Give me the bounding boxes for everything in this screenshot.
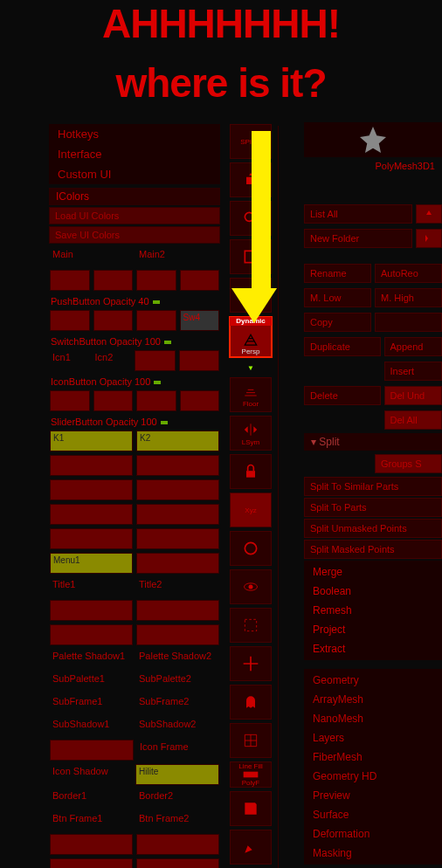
linefill-tool[interactable]: Line FillPolyF (230, 761, 272, 788)
rotate-tool[interactable] (230, 531, 272, 566)
masking-section[interactable]: Masking (304, 844, 442, 863)
icn-swatch-1[interactable] (135, 350, 176, 371)
rename-button[interactable]: Rename (304, 264, 371, 283)
new-folder-icon[interactable] (416, 229, 442, 248)
icolors-header[interactable]: IColors (49, 188, 220, 205)
spin-tool[interactable]: SPin 1 (230, 124, 272, 159)
prefs-hotkeys[interactable]: Hotkeys (49, 124, 220, 144)
solo-tool[interactable] (230, 569, 272, 604)
autoreorder-button[interactable]: AutoReo (375, 264, 442, 283)
geometry-section[interactable]: Geometry (304, 671, 442, 690)
split-masked-button[interactable]: Split Masked Points (304, 540, 442, 559)
kt1-swatch[interactable] (50, 455, 133, 476)
prefs-custom-ui[interactable]: Custom UI (49, 164, 220, 184)
kc1-swatch[interactable] (50, 479, 133, 500)
title2-swatch[interactable] (136, 600, 219, 621)
split-parts-button[interactable]: Split To Parts (304, 498, 442, 517)
switchbutton-opacity-slider[interactable]: SwitchButton Opacity 100 (49, 334, 220, 348)
actual-tool[interactable] (230, 239, 272, 274)
remesh-section[interactable]: Remesh (304, 601, 442, 620)
extra-swatch-a2[interactable] (136, 834, 219, 855)
save-tool[interactable] (230, 791, 272, 826)
hilite-swatch[interactable]: Hilite (135, 764, 219, 785)
project-section[interactable]: Project (304, 620, 442, 639)
insert-button[interactable]: Insert (384, 362, 443, 381)
iconframe-pad[interactable] (50, 740, 134, 761)
floor-toggle[interactable]: ▼ (231, 362, 271, 374)
icn-swatch-2[interactable] (179, 350, 220, 371)
iconbutton-opacity-slider[interactable]: IconButton Opacity 100 (49, 375, 220, 389)
lsym-tool[interactable]: LSym (230, 416, 272, 451)
frame-tool[interactable] (230, 608, 272, 643)
grid-tool[interactable] (230, 723, 272, 758)
geometryhd-section[interactable]: Geometry HD (304, 767, 442, 786)
arraymesh-section[interactable]: ArrayMesh (304, 690, 442, 709)
duplicate-button[interactable]: Duplicate (304, 337, 381, 356)
aahalf-tool[interactable] (230, 278, 272, 313)
persp-tool[interactable]: Dynamic Persp (229, 316, 273, 358)
move-high-button[interactable]: M. High (375, 288, 442, 307)
list-all-arrow-icon[interactable] (416, 204, 442, 224)
ib-swatch-2[interactable] (93, 390, 134, 411)
del-all-button[interactable]: Del All (384, 410, 443, 430)
sw4-swatch[interactable]: Sw4 (180, 310, 220, 331)
move-low-button[interactable]: M. Low (304, 288, 371, 307)
deformation-section[interactable]: Deformation (304, 824, 442, 844)
groups-split-button[interactable]: Groups S (375, 454, 442, 473)
nanomesh-section[interactable]: NanoMesh (304, 709, 442, 728)
surface-section[interactable]: Surface (304, 805, 442, 824)
floor-tool[interactable]: Floor (230, 377, 272, 412)
kt2-swatch[interactable] (136, 455, 219, 476)
preview-section[interactable]: Preview (304, 786, 442, 805)
transp-tool[interactable] (230, 685, 272, 720)
sliderbutton-opacity-slider[interactable]: SliderButton Opacity 100 (49, 415, 220, 429)
kc2-swatch[interactable] (136, 479, 219, 500)
extra-swatch-b2[interactable] (136, 858, 219, 868)
xyz-tool[interactable]: Xyz (230, 493, 272, 527)
k1-swatch[interactable]: K1 (50, 431, 133, 451)
paste-button[interactable] (375, 313, 442, 332)
layers-section[interactable]: Layers (304, 728, 442, 747)
ke2-swatch[interactable] (136, 528, 219, 549)
sw3-swatch[interactable] (136, 310, 176, 331)
title1-swatch[interactable] (50, 600, 133, 621)
extra-swatch-b1[interactable] (50, 858, 133, 868)
move-tool[interactable] (230, 646, 272, 681)
prefs-interface[interactable]: Interface (49, 144, 220, 164)
list-all-button[interactable]: List All (304, 204, 412, 224)
split-section-header[interactable]: ▾ Split (304, 433, 442, 451)
kd1-swatch[interactable] (50, 504, 133, 525)
k2-swatch[interactable]: K2 (136, 431, 219, 451)
pal2-swatch[interactable] (136, 624, 219, 645)
main2-swatch-2[interactable] (180, 270, 220, 291)
extract-section[interactable]: Extract (304, 639, 442, 658)
ib-swatch-1[interactable] (50, 390, 90, 411)
pal1-swatch[interactable] (50, 624, 133, 645)
fibermesh-section[interactable]: FiberMesh (304, 747, 442, 767)
sw1-swatch[interactable] (50, 310, 90, 331)
load-ui-colors-button[interactable]: Load UI Colors (49, 207, 220, 224)
del-undo-button[interactable]: Del Und (384, 386, 443, 405)
menu2-swatch[interactable] (136, 553, 219, 574)
subtool-thumbnail[interactable] (304, 122, 442, 157)
scroll-tool[interactable] (230, 162, 272, 197)
brush-tool[interactable] (230, 830, 272, 865)
main2-swatch-1[interactable] (136, 270, 176, 291)
new-folder-button[interactable]: New Folder (304, 229, 412, 248)
main-swatch-1[interactable] (50, 270, 90, 291)
ke1-swatch[interactable] (50, 528, 133, 549)
zoom-tool[interactable] (230, 201, 272, 236)
delete-button[interactable]: Delete (304, 386, 381, 405)
lock-tool[interactable] (230, 454, 272, 489)
split-similar-button[interactable]: Split To Similar Parts (304, 477, 442, 496)
copy-button[interactable]: Copy (304, 313, 371, 332)
append-button[interactable]: Append (384, 337, 443, 356)
ib-swatch-3[interactable] (136, 390, 176, 411)
sw2-swatch[interactable] (93, 310, 134, 331)
main-swatch-2[interactable] (93, 270, 134, 291)
menu1-swatch[interactable]: Menu1 (50, 553, 133, 574)
split-unmasked-button[interactable]: Split Unmasked Points (304, 519, 442, 538)
merge-section[interactable]: Merge (304, 562, 442, 582)
extra-swatch-a1[interactable] (50, 834, 133, 855)
save-ui-colors-button[interactable]: Save UI Colors (49, 226, 220, 244)
